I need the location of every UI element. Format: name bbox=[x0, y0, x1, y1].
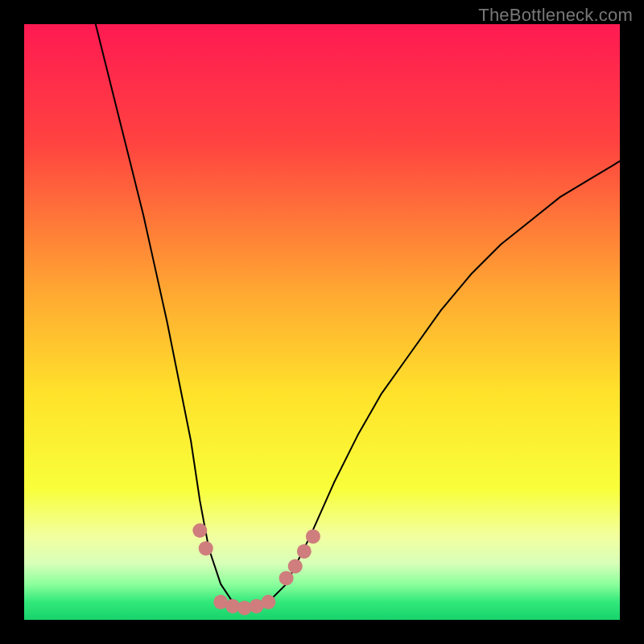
watermark-text: TheBottleneck.com bbox=[478, 5, 633, 26]
flat-segment-right-marker bbox=[279, 571, 294, 585]
flat-segment-left-marker bbox=[199, 541, 213, 555]
flat-segment-left-marker bbox=[192, 523, 207, 538]
chart-frame: TheBottleneck.com bbox=[0, 0, 644, 644]
flat-segment-right-marker bbox=[306, 529, 320, 543]
flat-segment-bottom-marker bbox=[261, 595, 275, 609]
plot-area bbox=[24, 24, 620, 620]
flat-segment-right-marker bbox=[297, 544, 312, 559]
flat-segment-right-marker bbox=[288, 559, 303, 573]
bottleneck-curve bbox=[96, 24, 620, 608]
curve-layer bbox=[24, 24, 620, 620]
